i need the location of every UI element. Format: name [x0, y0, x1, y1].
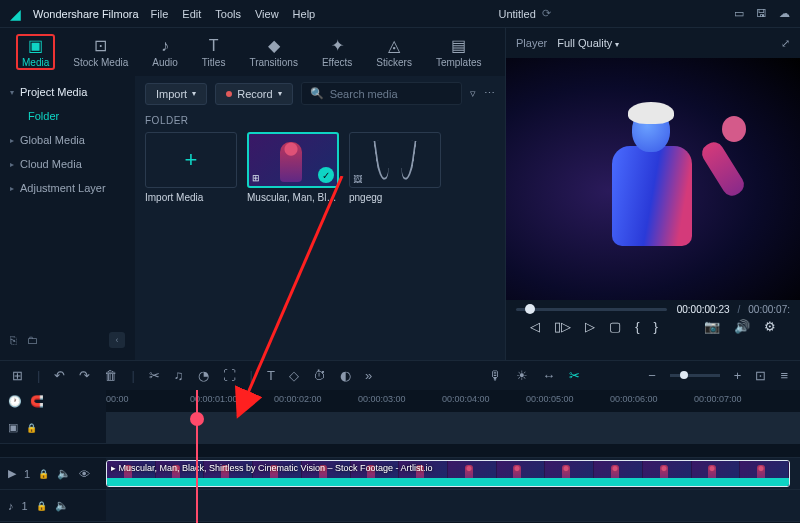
audio-icon: ♪ [161, 37, 169, 55]
audio-track-header[interactable]: ♪1🔒🔈 [0, 490, 106, 522]
menu-view[interactable]: View [255, 8, 279, 20]
text-tool-icon[interactable]: T [267, 368, 275, 383]
media-card-video[interactable]: ⊞ ✓ Muscular, Man, Black,... [247, 132, 339, 203]
quality-dropdown[interactable]: Full Quality ▾ [557, 37, 619, 49]
media-card-image[interactable]: 🖼 pngegg [349, 132, 441, 203]
sidebar-item-project-media[interactable]: ▾Project Media [0, 80, 135, 104]
speed-button[interactable]: ⏱ [313, 368, 326, 383]
collapse-sidebar-icon[interactable]: ‹ [109, 332, 125, 348]
sync-icon: ⟳ [542, 7, 551, 20]
expand-icon[interactable]: ⤢ [781, 37, 790, 50]
document-title[interactable]: Untitled [498, 8, 535, 20]
silence-detect-icon[interactable]: ✂ [569, 368, 580, 383]
cloud-icon[interactable]: ☁ [779, 7, 790, 20]
music-beat-icon[interactable]: ♫ [174, 368, 184, 383]
zoom-out-button[interactable]: − [648, 368, 656, 383]
import-button[interactable]: Import▾ [145, 83, 207, 105]
lock-icon[interactable]: 🔒 [38, 469, 49, 479]
play-button[interactable]: ▷ [585, 319, 595, 334]
import-media-card[interactable]: + Import Media [145, 132, 237, 203]
video-thumbnail: ⊞ ✓ [247, 132, 339, 188]
nav-audio[interactable]: ♪Audio [146, 35, 184, 70]
chevron-right-icon: ▸ [10, 136, 14, 145]
audio-track[interactable] [106, 490, 800, 522]
nav-templates[interactable]: ▤Templates [430, 34, 488, 70]
chevron-down-icon: ▾ [278, 89, 282, 98]
menu-file[interactable]: File [151, 8, 169, 20]
more-tools-icon[interactable]: » [365, 368, 372, 383]
menu-tools[interactable]: Tools [215, 8, 241, 20]
crop-button[interactable]: ⛶ [223, 368, 236, 383]
audio-track-icon: ♪ [8, 500, 14, 512]
split-button[interactable]: ✂ [149, 368, 160, 383]
new-folder-icon[interactable]: 🗀 [27, 334, 38, 346]
mixer-icon[interactable]: ☀ [516, 368, 528, 383]
mark-in-icon[interactable]: { [635, 319, 639, 334]
search-input[interactable]: 🔍Search media [301, 82, 462, 105]
lock-icon[interactable]: 🔒 [26, 423, 37, 433]
folder-header: FOLDER [145, 115, 495, 126]
nav-transitions[interactable]: ◆Transitions [243, 34, 304, 70]
mute-icon[interactable]: 🔈 [57, 467, 71, 480]
add-bin-icon[interactable]: ⎘ [10, 334, 17, 346]
settings-button[interactable]: ⚙ [764, 319, 776, 334]
audio-stretch-icon[interactable]: ↔ [542, 368, 555, 383]
sidebar-item-adjustment-layer[interactable]: ▸Adjustment Layer [0, 176, 135, 200]
mark-out-icon[interactable]: } [654, 319, 658, 334]
volume-button[interactable]: 🔊 [734, 319, 750, 334]
video-track[interactable]: ▸ Muscular, Man, Black, Shirtless by Cin… [106, 458, 800, 490]
nav-titles[interactable]: TTitles [196, 35, 232, 70]
layout-icon[interactable]: ▭ [734, 7, 744, 20]
menu-bar: File Edit Tools View Help [151, 8, 316, 20]
eye-icon[interactable]: 👁 [79, 468, 90, 480]
lock-icon[interactable]: 🔒 [36, 501, 47, 511]
chevron-down-icon: ▾ [10, 88, 14, 97]
record-button[interactable]: Record▾ [215, 83, 292, 105]
color-button[interactable]: ◐ [340, 368, 351, 383]
next-frame-button[interactable]: ▢ [609, 319, 621, 334]
undo-button[interactable]: ↶ [54, 368, 65, 383]
redo-button[interactable]: ↷ [79, 368, 90, 383]
keyframe-icon[interactable]: ◇ [289, 368, 299, 383]
video-track-header[interactable]: ▶1🔒🔈👁 [0, 458, 106, 490]
snapshot-button[interactable]: 📷 [704, 319, 720, 334]
overlay-track[interactable] [106, 412, 800, 444]
playhead[interactable] [196, 390, 198, 523]
select-tool-icon[interactable]: ⊞ [12, 368, 23, 383]
video-clip[interactable]: ▸ Muscular, Man, Black, Shirtless by Cin… [106, 460, 790, 487]
image-icon: 🖼 [353, 174, 362, 184]
time-duration: 00:00:07: [748, 304, 790, 315]
seek-slider[interactable] [516, 308, 667, 311]
zoom-in-button[interactable]: + [734, 368, 742, 383]
filter-icon[interactable]: ▿ [470, 87, 476, 100]
sidebar-item-global-media[interactable]: ▸Global Media [0, 128, 135, 152]
templates-icon: ▤ [451, 36, 466, 55]
save-icon[interactable]: 🖫 [756, 7, 767, 20]
prev-frame-button[interactable]: ◁ [530, 319, 540, 334]
fit-button[interactable]: ⊡ [755, 368, 766, 383]
nav-media[interactable]: ▣Media [16, 34, 55, 70]
stop-button[interactable]: ▯▷ [554, 319, 571, 334]
menu-edit[interactable]: Edit [182, 8, 201, 20]
stickers-icon: ◬ [388, 36, 400, 55]
preview-viewport[interactable] [506, 58, 800, 300]
sidebar-item-cloud-media[interactable]: ▸Cloud Media [0, 152, 135, 176]
sidebar-item-folder[interactable]: Folder [0, 104, 135, 128]
marker-icon[interactable]: ◔ [198, 368, 209, 383]
titles-icon: T [209, 37, 219, 55]
timeline: 🕐 🧲 00:00 00:00:01:00 00:00:02:00 00:00:… [0, 390, 800, 523]
nav-stock-media[interactable]: ⊡Stock Media [67, 34, 134, 70]
nav-stickers[interactable]: ◬Stickers [370, 34, 418, 70]
mute-icon[interactable]: 🔈 [55, 499, 69, 512]
delete-button[interactable]: 🗑 [104, 368, 117, 383]
more-icon[interactable]: ⋯ [484, 87, 495, 100]
resolution-icon: ⊞ [252, 173, 260, 183]
zoom-slider[interactable] [670, 374, 720, 377]
time-ruler[interactable]: 00:00 00:00:01:00 00:00:02:00 00:00:03:0… [0, 390, 800, 412]
overlay-track-header[interactable]: ▣🔒 [0, 412, 106, 444]
category-nav: ▣Media ⊡Stock Media ♪Audio TTitles ◆Tran… [0, 28, 505, 76]
voice-icon[interactable]: 🎙 [489, 368, 502, 383]
nav-effects[interactable]: ✦Effects [316, 34, 358, 70]
timeline-options-icon[interactable]: ≡ [780, 368, 788, 383]
menu-help[interactable]: Help [293, 8, 316, 20]
